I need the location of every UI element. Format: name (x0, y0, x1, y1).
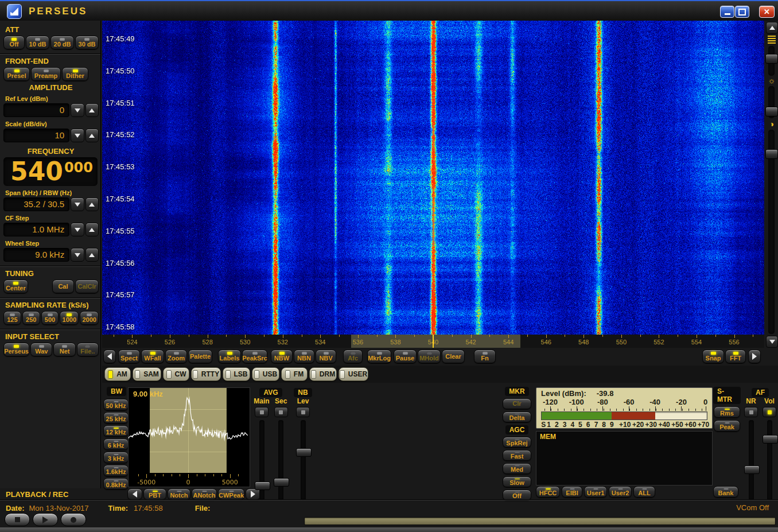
brightness-slider-track[interactable] (768, 86, 775, 118)
input-net-button[interactable]: Net (53, 343, 75, 356)
clear-button[interactable]: Clear (442, 350, 465, 363)
scale-up-button[interactable] (85, 129, 99, 142)
rate-250-button[interactable]: 250 (22, 311, 40, 325)
ref-lev-down-button[interactable] (71, 103, 84, 117)
maximize-button[interactable] (735, 6, 749, 18)
bw-0.8khz-button[interactable]: 0.8kHz (103, 478, 129, 490)
avg-main-button[interactable] (255, 407, 269, 417)
agc-spkrej-button[interactable]: SpkRej (503, 437, 531, 448)
att-30db-button[interactable]: 30 dB (75, 36, 99, 49)
title-bar[interactable]: PERSEUS ✕ (0, 1, 778, 21)
minimize-button[interactable] (720, 6, 734, 18)
snap-button[interactable]: Snap (702, 350, 724, 363)
att-20db-button[interactable]: 20 dB (50, 36, 74, 49)
agc-med-button[interactable]: Med (503, 463, 531, 474)
nbv-button[interactable]: NBV (316, 350, 336, 363)
scale-value[interactable]: 10 (3, 129, 69, 142)
att-off-button[interactable]: Off (3, 36, 25, 49)
rate-2000-button[interactable]: 2000 (80, 311, 99, 325)
record-button[interactable] (61, 513, 86, 526)
avg-sec-button[interactable] (274, 407, 288, 417)
mem-all-button[interactable]: ALL (633, 486, 655, 498)
wheel-step-down-button[interactable] (71, 248, 84, 262)
play-button[interactable] (33, 513, 58, 526)
peaksrc-button[interactable]: PeakSrc (242, 350, 267, 363)
input-file-button[interactable]: File.. (77, 343, 99, 356)
ref-lev-up-button[interactable] (85, 103, 99, 117)
preamp-button[interactable]: Preamp (31, 67, 61, 81)
anotch-button[interactable]: ANotch (192, 488, 217, 500)
close-button[interactable]: ✕ (759, 6, 775, 18)
mode-usb-button[interactable]: USB (252, 367, 279, 381)
avg-main-track[interactable] (259, 420, 264, 500)
afc-button[interactable]: Afc (343, 350, 363, 363)
mode-rtty-button[interactable]: RTTY (191, 367, 221, 381)
palette-slider-thumb[interactable] (765, 54, 778, 64)
smtr-rms-button[interactable]: Rms (714, 406, 740, 418)
af-nr-track[interactable] (749, 420, 754, 500)
bw-50khz-button[interactable]: 50 kHz (103, 399, 129, 410)
toolbar-scroll-right-button[interactable] (748, 350, 761, 363)
fft-button[interactable]: FFT (725, 350, 746, 363)
mem-user1-button[interactable]: User1 (584, 486, 607, 498)
filter-scroll-left-button[interactable] (127, 488, 142, 500)
input-perseus-button[interactable]: Perseus (3, 343, 29, 356)
bw-6khz-button[interactable]: 6 kHz (103, 438, 129, 450)
scroll-up-button[interactable] (766, 22, 778, 34)
bw-1.6khz-button[interactable]: 1.6kHz (103, 465, 129, 476)
presel-button[interactable]: Presel (3, 67, 30, 81)
nbn-button[interactable]: NBN (294, 350, 314, 363)
tuning-center-button[interactable]: Center (3, 279, 28, 293)
rate-1000-button[interactable]: 1000 (60, 311, 79, 325)
mkrlog-button[interactable]: MkrLog (367, 350, 391, 363)
span-down-button[interactable] (71, 197, 84, 211)
af-nr-button[interactable] (744, 407, 758, 417)
scroll-down-button[interactable] (766, 336, 778, 348)
nb-lev-thumb[interactable] (296, 448, 312, 457)
bw-3khz-button[interactable]: 3 kHz (103, 452, 129, 463)
mode-sam-button[interactable]: SAM (133, 367, 161, 381)
wheel-step-value[interactable]: 9.0 kHz (3, 248, 69, 262)
zoom-button[interactable]: Zoom (165, 350, 187, 363)
mode-user-button[interactable]: USER (339, 367, 368, 381)
smtr-peak-button[interactable]: Peak (714, 420, 740, 432)
fn-button[interactable]: Fn (474, 350, 496, 363)
scale-down-button[interactable] (71, 129, 84, 142)
stop-button[interactable] (5, 513, 30, 526)
cal-button[interactable]: Cal (52, 279, 75, 293)
mkr-delta-button[interactable]: Delta (503, 411, 531, 422)
palette-button[interactable]: Palette (188, 350, 212, 363)
toolbar-scroll-left-button[interactable] (103, 350, 116, 363)
ref-lev-value[interactable]: 0 (3, 103, 69, 117)
bw-12khz-button[interactable]: 12 kHz (103, 425, 129, 437)
af-vol-thumb[interactable] (763, 435, 778, 444)
pause-button[interactable]: Pause (394, 350, 417, 363)
mem-hfcc-button[interactable]: HFCC (536, 486, 560, 498)
cf-step-down-button[interactable] (71, 223, 84, 236)
brightness-slider-thumb[interactable] (765, 107, 778, 117)
af-nr-thumb[interactable] (744, 465, 760, 474)
span-up-button[interactable] (85, 197, 99, 211)
labels-button[interactable]: Labels (218, 350, 241, 363)
input-wav-button[interactable]: Wav (30, 343, 52, 356)
mode-drm-button[interactable]: DRM (309, 367, 337, 381)
cwpeak-button[interactable]: CWPeak (218, 488, 244, 500)
af-vol-track[interactable] (767, 420, 772, 500)
rate-500-button[interactable]: 500 (41, 311, 59, 325)
dither-button[interactable]: Dither (62, 67, 88, 81)
pbt-button[interactable]: PBT (143, 488, 166, 500)
mode-lsb-button[interactable]: LSB (223, 367, 250, 381)
calclr-button[interactable]: CalClr (75, 279, 99, 293)
mode-am-button[interactable]: AM (104, 367, 131, 381)
agc-slow-button[interactable]: Slow (503, 476, 531, 487)
notch-button[interactable]: Notch (168, 488, 190, 500)
palette-slider-track[interactable] (768, 46, 775, 76)
wheel-step-up-button[interactable] (85, 248, 99, 262)
frequency-scale[interactable]: 5245265285305325345365385405425445465485… (102, 335, 764, 348)
span-value[interactable]: 35.2 / 30.5 (3, 197, 69, 211)
waterfall-display[interactable] (102, 21, 764, 335)
wfall-button[interactable]: WFall (141, 350, 164, 363)
avg-sec-track[interactable] (278, 420, 283, 500)
mhold-button[interactable]: MHold (418, 350, 441, 363)
mode-cw-button[interactable]: CW (163, 367, 189, 381)
